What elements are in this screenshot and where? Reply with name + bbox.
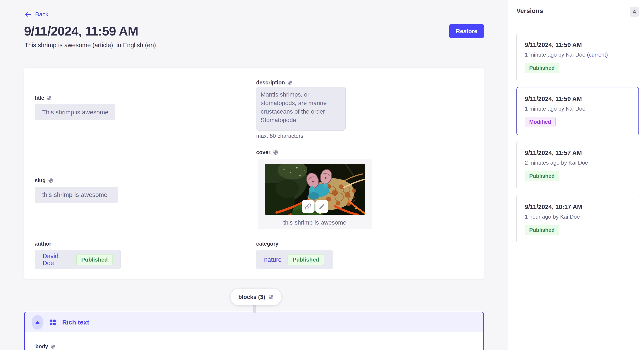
cover-caption: this-shrimp-is-awesome <box>258 219 372 226</box>
author-status-badge: Published <box>76 254 113 265</box>
current-version-label: (current) <box>587 51 608 58</box>
slug-field-label: slug <box>35 177 53 183</box>
back-label: Back <box>35 11 48 18</box>
cover-media-card: this-shrimp-is-awesome <box>258 159 372 229</box>
category-status-badge: Published <box>288 254 324 265</box>
restore-button[interactable]: Restore <box>449 24 484 38</box>
globe-icon <box>47 95 52 101</box>
author-label-text: author <box>35 241 51 247</box>
version-card-2-selected[interactable]: 9/11/2024, 11:59 AM 1 minute ago by Kai … <box>516 87 639 135</box>
back-link[interactable]: Back <box>24 11 48 18</box>
version-status-badge: Modified <box>525 117 556 127</box>
versions-panel-title: Versions <box>516 7 543 14</box>
rich-text-block: Rich text body <box>24 312 484 350</box>
caret-up-icon <box>35 321 40 324</box>
author-relation-link[interactable]: David Doe <box>42 253 70 267</box>
globe-icon <box>51 344 56 349</box>
page-title: 9/11/2024, 11:59 AM <box>24 24 138 38</box>
version-history-page: Back 9/11/2024, 11:59 AM This shrimp is … <box>0 0 644 350</box>
page-subtitle: This shrimp is awesome (article), in Eng… <box>24 42 156 49</box>
version-date: 9/11/2024, 11:59 AM <box>525 95 630 103</box>
versions-list: 9/11/2024, 11:59 AM 1 minute ago by Kai … <box>516 33 639 243</box>
version-status-badge: Published <box>525 171 559 181</box>
collapse-block-button[interactable] <box>32 315 44 330</box>
title-input-value: This shrimp is awesome <box>42 109 108 116</box>
description-value: Mantis shrimps, or stomatopods, are mari… <box>261 91 327 123</box>
version-date: 9/11/2024, 11:59 AM <box>525 41 630 48</box>
version-fields-card: title This shrimp is awesome slug this-s… <box>24 68 484 279</box>
description-hint: max. 80 characters <box>256 133 303 139</box>
version-meta: 1 minute ago by Kai Doe <box>525 105 630 112</box>
author-field-label: author <box>35 241 51 247</box>
version-meta-text: 1 minute ago by Kai Doe <box>525 105 586 112</box>
author-relation-box: David Doe Published <box>35 250 121 269</box>
title-input: This shrimp is awesome <box>35 104 115 120</box>
version-status-badge: Published <box>525 63 559 73</box>
version-meta: 1 hour ago by Kai Doe <box>525 213 630 220</box>
body-field-label: body <box>35 344 56 350</box>
back-arrow-icon <box>24 11 31 18</box>
version-card-1[interactable]: 9/11/2024, 11:59 AM 1 minute ago by Kai … <box>516 33 639 81</box>
globe-icon <box>268 295 274 300</box>
slug-label-text: slug <box>35 177 46 183</box>
category-relation-link[interactable]: nature <box>264 256 282 263</box>
version-meta-text: 1 hour ago by Kai Doe <box>525 213 580 220</box>
rich-text-block-header: Rich text <box>25 312 483 332</box>
category-relation-box: nature Published <box>256 250 333 269</box>
globe-icon <box>48 178 53 183</box>
cover-label-text: cover <box>256 149 270 156</box>
slug-input-value: this-shrimp-is-awesome <box>42 191 107 198</box>
category-label-text: category <box>256 241 278 247</box>
globe-icon <box>288 80 292 85</box>
description-label-text: description <box>256 80 285 86</box>
version-date: 9/11/2024, 11:57 AM <box>525 149 630 157</box>
blocks-pill-label: blocks (3) <box>238 294 265 301</box>
title-label-text: title <box>35 95 44 101</box>
version-card-3[interactable]: 9/11/2024, 11:57 AM 2 minutes ago by Kai… <box>516 141 639 189</box>
edit-media-button[interactable] <box>316 200 328 213</box>
versions-panel: Versions 4 9/11/2024, 11:59 AM 1 minute … <box>508 0 644 350</box>
versions-count-badge: 4 <box>630 7 639 17</box>
block-type-label: Rich text <box>62 319 89 326</box>
slug-input: this-shrimp-is-awesome <box>35 187 118 203</box>
cover-field-label: cover <box>256 149 278 156</box>
description-textarea: Mantis shrimps, or stomatopods, are mari… <box>256 87 346 131</box>
category-field-label: category <box>256 241 278 247</box>
description-field-label: description <box>256 80 292 86</box>
version-date: 9/11/2024, 10:17 AM <box>525 203 630 210</box>
globe-icon <box>273 150 278 155</box>
link-icon <box>305 203 311 210</box>
version-meta-text: 2 minutes ago by Kai Doe <box>525 160 588 166</box>
version-meta-text: 1 minute ago by Kai Doe <box>525 51 586 58</box>
cover-actions <box>302 200 328 213</box>
blocks-field-pill[interactable]: blocks (3) <box>231 289 281 305</box>
blocks-grid-icon <box>50 319 56 326</box>
version-meta: 1 minute ago by Kai Doe (current) <box>525 51 630 58</box>
title-field-label: title <box>35 95 52 101</box>
copy-link-button[interactable] <box>302 200 314 213</box>
version-meta: 2 minutes ago by Kai Doe <box>525 160 630 166</box>
pencil-icon <box>318 203 325 210</box>
version-card-4[interactable]: 9/11/2024, 10:17 AM 1 hour ago by Kai Do… <box>516 195 639 243</box>
versions-panel-header: Versions 4 <box>508 0 644 24</box>
body-label-text: body <box>35 344 48 350</box>
version-status-badge: Published <box>525 225 559 235</box>
